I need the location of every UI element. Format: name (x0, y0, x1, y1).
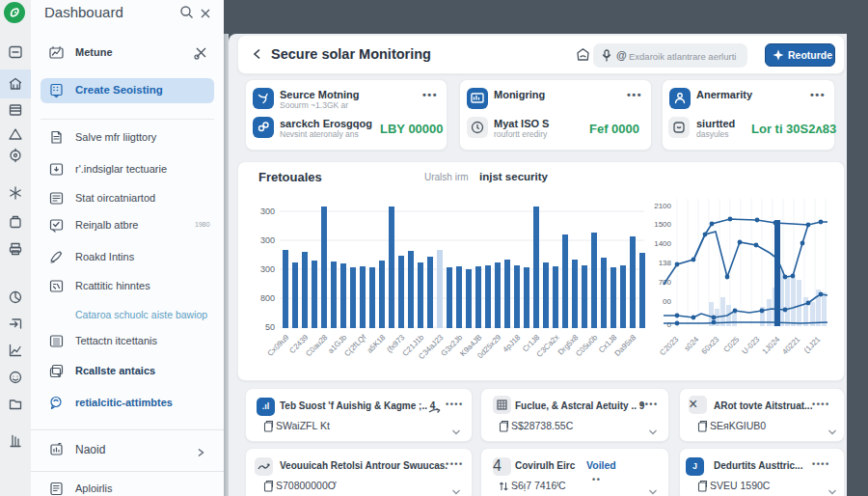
svg-text:2100: 2100 (654, 202, 671, 210)
svg-text:50: 50 (265, 322, 275, 332)
svg-text:4pJ18: 4pJ18 (502, 333, 523, 354)
svg-text:300: 300 (260, 235, 275, 245)
svg-text:C(2fLQf: C(2fLQf (342, 333, 368, 359)
svg-text:C025: C025 (722, 335, 742, 354)
svg-text:1J024: 1J024 (761, 335, 782, 356)
svg-text:60x23: 60x23 (700, 335, 721, 356)
svg-text:Cx09u9: Cx09u9 (266, 333, 291, 358)
svg-text:a5K18: a5K18 (366, 333, 388, 355)
svg-text:300: 300 (260, 264, 275, 274)
svg-text:Da95x8: Da95x8 (613, 333, 638, 358)
svg-text:s024: s024 (683, 335, 701, 353)
svg-text:C0au28: C0au28 (304, 333, 330, 359)
svg-text:U-023: U-023 (741, 335, 762, 356)
svg-text:1400: 1400 (654, 239, 671, 248)
svg-text:138: 138 (659, 259, 672, 267)
svg-text:(1J21: (1J21 (802, 335, 823, 355)
svg-text:00: 00 (663, 297, 671, 306)
svg-text:0: 0 (667, 320, 672, 329)
svg-text:300: 300 (260, 207, 275, 216)
svg-text:40221: 40221 (780, 335, 801, 356)
svg-text:C2023: C2023 (658, 335, 680, 357)
svg-text:C05u0b: C05u0b (574, 333, 600, 359)
svg-text:800: 800 (260, 293, 275, 303)
svg-text:1500: 1500 (654, 220, 671, 229)
